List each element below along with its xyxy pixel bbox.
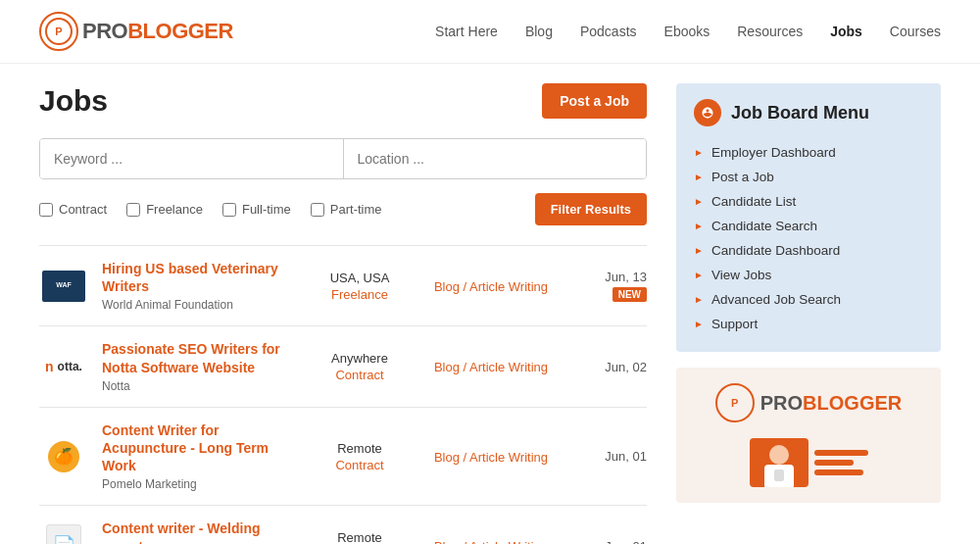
arrow-icon: ► xyxy=(694,294,704,305)
category-link[interactable]: Blog / Article Writing xyxy=(434,539,548,544)
job-date: Jun, 13 NEW xyxy=(568,270,647,302)
job-location: Anywhere Contract xyxy=(306,351,414,382)
location-input[interactable] xyxy=(343,139,647,178)
search-bar xyxy=(39,138,647,179)
parttime-checkbox[interactable] xyxy=(311,203,324,217)
promo-logo: P PROBLOGGER xyxy=(715,383,902,487)
job-type: Freelance xyxy=(306,287,414,302)
job-date: Jun, 01 xyxy=(568,539,647,545)
location-text: Remote xyxy=(306,530,414,544)
table-row: WAF Hiring US based Veterinary Writers W… xyxy=(39,246,647,326)
menu-icon xyxy=(694,99,721,126)
table-row: n otta. Passionate SEO Writers for Notta… xyxy=(39,326,647,407)
arrow-icon: ► xyxy=(694,196,704,207)
nav-start-here[interactable]: Start Here xyxy=(435,24,498,39)
promo-figure-shape xyxy=(750,438,808,487)
job-date: Jun, 02 xyxy=(568,360,647,374)
table-row: 📄 Content writer - Welding expert SEO Pa… xyxy=(39,506,647,544)
sidebar-link-5[interactable]: View Jobs xyxy=(711,268,771,282)
svg-point-2 xyxy=(769,445,789,465)
company-logo: 📄 xyxy=(39,526,88,544)
job-category: Blog / Article Writing xyxy=(427,538,555,544)
filter-parttime[interactable]: Part-time xyxy=(311,202,382,217)
table-row: 🍊 Content Writer for Acupuncture - Long … xyxy=(39,408,647,507)
main-nav: Start Here Blog Podcasts Ebooks Resource… xyxy=(435,24,941,39)
job-title-link[interactable]: Content writer - Welding expert xyxy=(102,520,261,544)
nav-resources[interactable]: Resources xyxy=(737,24,803,39)
filters-row: Contract Freelance Full-time Part-time F… xyxy=(39,193,647,225)
filter-fulltime[interactable]: Full-time xyxy=(222,202,291,217)
category-link[interactable]: Blog / Article Writing xyxy=(434,360,548,374)
sidebar-link-7[interactable]: Support xyxy=(711,317,758,331)
arrow-icon: ► xyxy=(694,147,704,158)
job-list: WAF Hiring US based Veterinary Writers W… xyxy=(39,245,647,544)
freelance-checkbox[interactable] xyxy=(126,203,140,217)
job-type: Contract xyxy=(306,368,414,382)
date-text: Jun, 01 xyxy=(568,539,647,545)
sidebar-link-3[interactable]: Candidate Search xyxy=(711,219,817,233)
nav-ebooks[interactable]: Ebooks xyxy=(664,24,710,39)
promo-logo-text: PROBLOGGER xyxy=(760,392,902,415)
sidebar-item-4[interactable]: ►Candidate Dashboard xyxy=(694,238,923,263)
category-link[interactable]: Blog / Article Writing xyxy=(434,450,548,465)
filter-results-button[interactable]: Filter Results xyxy=(535,193,647,225)
sidebar-link-6[interactable]: Advanced Job Search xyxy=(711,292,841,307)
arrow-icon: ► xyxy=(694,245,704,256)
post-job-button[interactable]: Post a Job xyxy=(542,83,647,119)
svg-rect-4 xyxy=(774,470,784,481)
nav-blog[interactable]: Blog xyxy=(525,24,553,39)
sidebar-item-7[interactable]: ►Support xyxy=(694,312,923,336)
location-text: Remote xyxy=(306,441,414,456)
nav-courses[interactable]: Courses xyxy=(890,24,941,39)
filter-contract[interactable]: Contract xyxy=(39,202,107,217)
sidebar-item-2[interactable]: ►Candidate List xyxy=(694,189,923,214)
location-text: Anywhere xyxy=(306,351,414,366)
job-location: USA, USA Freelance xyxy=(306,271,414,302)
date-text: Jun, 02 xyxy=(568,360,647,374)
new-badge: NEW xyxy=(612,287,647,302)
job-title-link[interactable]: Passionate SEO Writers for Notta Softwar… xyxy=(102,341,280,374)
arrow-icon: ► xyxy=(694,319,704,329)
job-category: Blog / Article Writing xyxy=(427,359,555,374)
arrow-icon: ► xyxy=(694,221,704,231)
job-company: Notta xyxy=(102,379,292,393)
job-location: Remote Contract xyxy=(306,530,414,544)
sidebar-promo: P PROBLOGGER xyxy=(676,368,941,503)
nav-jobs[interactable]: Jobs xyxy=(830,24,862,39)
sidebar-item-1[interactable]: ►Post a Job xyxy=(694,165,923,189)
sidebar-item-0[interactable]: ►Employer Dashboard xyxy=(694,140,923,165)
svg-text:P: P xyxy=(55,25,62,37)
sidebar-item-5[interactable]: ►View Jobs xyxy=(694,263,923,287)
category-link[interactable]: Blog / Article Writing xyxy=(434,279,548,294)
arrow-icon: ► xyxy=(694,270,704,280)
job-company: World Animal Foundation xyxy=(102,298,292,312)
job-info: Content Writer for Acupuncture - Long Te… xyxy=(102,421,292,492)
logo-text: PROBLOGGER xyxy=(82,19,233,44)
promo-logo-icon: P xyxy=(715,383,755,422)
nav-podcasts[interactable]: Podcasts xyxy=(580,24,637,39)
fulltime-checkbox[interactable] xyxy=(222,203,236,217)
keyword-input[interactable] xyxy=(40,139,343,178)
sidebar-link-1[interactable]: Post a Job xyxy=(711,170,774,184)
sidebar-item-6[interactable]: ►Advanced Job Search xyxy=(694,287,923,312)
contract-checkbox[interactable] xyxy=(39,203,53,217)
job-title-link[interactable]: Content Writer for Acupuncture - Long Te… xyxy=(102,422,269,473)
sidebar: Job Board Menu ►Employer Dashboard►Post … xyxy=(676,64,941,544)
sidebar-item-3[interactable]: ►Candidate Search xyxy=(694,214,923,238)
sidebar-link-2[interactable]: Candidate List xyxy=(711,194,796,209)
sidebar-link-0[interactable]: Employer Dashboard xyxy=(711,145,836,160)
filter-freelance[interactable]: Freelance xyxy=(126,202,203,217)
job-title-link[interactable]: Hiring US based Veterinary Writers xyxy=(102,261,278,294)
job-company: Pomelo Marketing xyxy=(102,477,292,491)
job-type: Contract xyxy=(306,458,414,472)
promo-figure xyxy=(750,438,868,487)
logo-icon: P xyxy=(39,12,78,51)
job-date: Jun, 01 xyxy=(568,449,647,464)
header: P PROBLOGGER Start Here Blog Podcasts Eb… xyxy=(0,0,980,64)
date-text: Jun, 01 xyxy=(568,449,647,464)
job-info: Content writer - Welding expert SEO Part… xyxy=(102,519,292,544)
logo[interactable]: P PROBLOGGER xyxy=(39,12,233,51)
sidebar-link-4[interactable]: Candidate Dashboard xyxy=(711,243,840,258)
sidebar-menu-items: ►Employer Dashboard►Post a Job►Candidate… xyxy=(694,140,923,336)
menu-title: Job Board Menu xyxy=(731,103,869,124)
